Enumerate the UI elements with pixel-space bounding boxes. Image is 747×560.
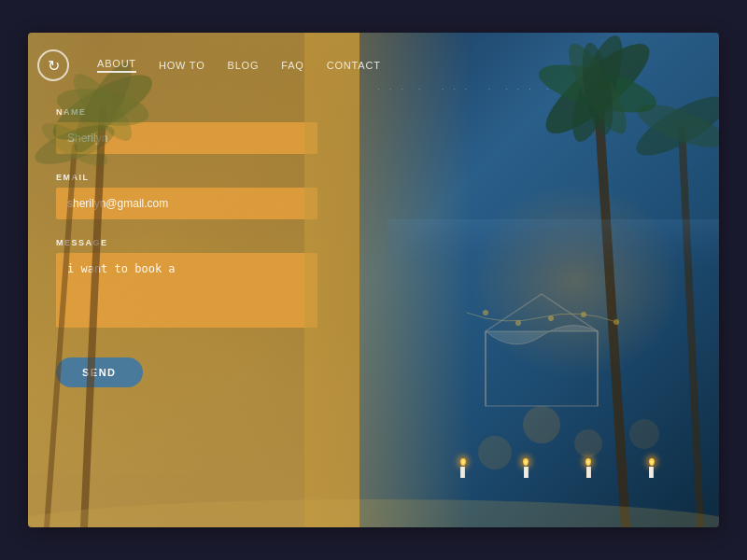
candle-3 (585, 458, 591, 478)
contact-form: NAME EMAIL MESSAGE i want to book a SEND (56, 107, 317, 387)
logo[interactable]: ↻ (37, 49, 69, 81)
navbar: ↻ ABOUT HOW TO BLOG FAQ CONTACT (28, 33, 719, 98)
nav-howto[interactable]: HOW TO (159, 60, 205, 71)
name-field-group: NAME (56, 107, 317, 154)
message-field-group: MESSAGE i want to book a (56, 238, 317, 331)
email-field-group: EMAIL (56, 173, 317, 219)
nav-blog[interactable]: BLOG (228, 60, 260, 71)
candle-2 (523, 458, 529, 478)
candle-4 (649, 458, 655, 478)
page-wrapper: ↻ ABOUT HOW TO BLOG FAQ CONTACT NAME EMA… (28, 33, 719, 527)
blend-overlay (304, 33, 471, 527)
message-textarea[interactable]: i want to book a (56, 253, 317, 328)
logo-icon: ↻ (48, 57, 60, 75)
nav-contact[interactable]: CONTACT (327, 60, 381, 71)
send-button[interactable]: SEND (56, 357, 143, 387)
email-input[interactable] (56, 188, 317, 219)
candle-body-3 (586, 467, 591, 478)
candle-flame-4 (649, 458, 655, 466)
name-label: NAME (56, 107, 317, 117)
message-label: MESSAGE (56, 238, 317, 247)
nav-links: ABOUT HOW TO BLOG FAQ CONTACT (97, 58, 381, 73)
candle-body-2 (524, 467, 529, 478)
nav-faq[interactable]: FAQ (281, 60, 303, 71)
candle-body-4 (649, 467, 654, 478)
email-label: EMAIL (56, 173, 317, 182)
nav-about[interactable]: ABOUT (97, 58, 136, 73)
candle-flame-3 (585, 458, 591, 466)
candle-flame-2 (523, 458, 529, 466)
name-input[interactable] (56, 122, 317, 154)
